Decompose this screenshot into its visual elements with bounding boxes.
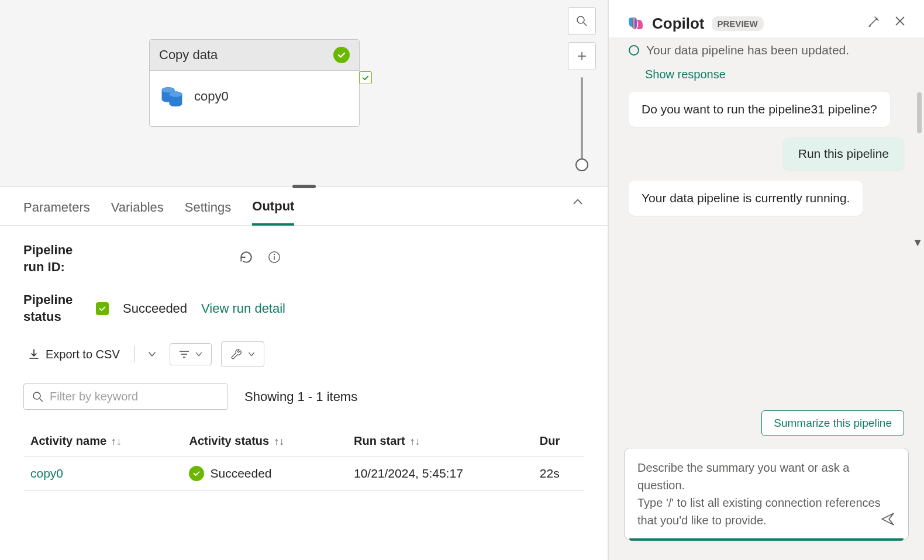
copilot-body: Your data pipeline has been updated. Sho… — [609, 37, 924, 448]
settings-wrench-button[interactable] — [221, 341, 264, 367]
row-start: 10/21/2024, 5:45:17 — [347, 457, 533, 491]
row-success-icon — [189, 466, 204, 481]
tab-parameters[interactable]: Parameters — [23, 200, 90, 224]
status-text: Succeeded — [123, 301, 187, 316]
add-button[interactable] — [568, 42, 596, 70]
summarize-pipeline-button[interactable]: Summarize this pipeline — [761, 410, 904, 436]
search-icon — [32, 391, 44, 403]
copilot-input[interactable]: Describe the summary you want or ask a q… — [624, 448, 909, 540]
node-header: Copy data — [150, 40, 359, 71]
export-csv-button[interactable]: Export to CSV — [23, 343, 125, 366]
activity-name-link[interactable]: copy0 — [30, 466, 63, 480]
clear-chat-icon[interactable] — [867, 15, 881, 32]
user-message: Run this pipeline — [783, 137, 904, 170]
col-run-start[interactable]: Run start↑↓ — [347, 426, 533, 457]
svg-point-1 — [162, 87, 175, 92]
main-pane: Copy data copy0 — [0, 0, 608, 560]
canvas-tools — [568, 7, 596, 165]
col-duration[interactable]: Dur — [533, 426, 584, 457]
filter-keyword-input[interactable] — [50, 390, 219, 403]
col-activity-name[interactable]: Activity name↑↓ — [23, 426, 182, 457]
send-icon[interactable] — [880, 511, 895, 530]
assistant-message: Your data pipeline is currently running. — [629, 181, 863, 216]
svg-point-4 — [577, 16, 584, 23]
sort-icon: ↑↓ — [410, 435, 420, 447]
row-duration: 22s — [533, 457, 584, 491]
zoom-slider-thumb[interactable] — [575, 158, 588, 171]
truncated-message: Your data pipeline has been updated. — [629, 43, 904, 57]
copilot-input-placeholder: Describe the summary you want or ask a q… — [637, 459, 895, 529]
svg-point-9 — [274, 254, 275, 255]
sort-icon: ↑↓ — [111, 435, 122, 447]
table-row[interactable]: copy0 Succeeded 10/21/2024, 5:45:17 22s — [23, 457, 584, 491]
zoom-search-button[interactable] — [568, 7, 596, 35]
node-success-badge-icon — [359, 71, 372, 84]
node-body: copy0 — [150, 71, 359, 126]
preview-badge: PREVIEW — [712, 16, 764, 31]
scroll-down-icon[interactable]: ▼ — [912, 237, 923, 249]
copilot-panel: Copilot PREVIEW Your data pipeline has b… — [608, 0, 924, 560]
copilot-logo-icon — [626, 14, 645, 33]
divider — [134, 346, 135, 362]
tab-variables[interactable]: Variables — [111, 200, 164, 224]
info-icon[interactable] — [268, 251, 281, 267]
svg-point-3 — [169, 92, 182, 97]
col-activity-status[interactable]: Activity status↑↓ — [182, 426, 347, 457]
filter-columns-button[interactable] — [170, 343, 212, 365]
tab-settings[interactable]: Settings — [185, 200, 232, 224]
status-row: Pipeline status Succeeded View run detai… — [23, 292, 584, 325]
close-icon[interactable] — [894, 15, 906, 32]
activity-node-copydata[interactable]: Copy data copy0 — [149, 39, 360, 127]
output-toolbar: Export to CSV — [23, 341, 584, 367]
node-name: copy0 — [194, 89, 229, 104]
showing-text: Showing 1 - 1 items — [244, 389, 357, 405]
output-panel: Pipeline run ID: Pipeline status Succeed… — [0, 226, 608, 507]
node-title: Copy data — [159, 47, 218, 63]
status-label: Pipeline status — [23, 292, 82, 325]
copilot-header: Copilot PREVIEW — [609, 0, 924, 37]
zoom-slider[interactable] — [568, 77, 596, 165]
refresh-icon[interactable] — [239, 250, 254, 268]
search-row: Showing 1 - 1 items — [23, 383, 584, 410]
pipeline-canvas[interactable]: Copy data copy0 — [0, 0, 608, 187]
output-table: Activity name↑↓ Activity status↑↓ Run st… — [23, 426, 584, 491]
export-csv-dropdown[interactable] — [144, 347, 160, 361]
check-outline-icon — [629, 45, 639, 56]
database-icon — [159, 82, 185, 110]
status-success-icon — [96, 302, 109, 315]
view-run-detail-link[interactable]: View run detail — [201, 301, 285, 316]
run-id-label: Pipeline run ID: — [23, 242, 82, 275]
tabs: Parameters Variables Settings Output — [0, 187, 608, 226]
show-response-link[interactable]: Show response — [645, 68, 904, 81]
copilot-title: Copilot — [652, 15, 705, 33]
run-id-row: Pipeline run ID: — [23, 242, 584, 275]
sort-icon: ↑↓ — [274, 435, 284, 447]
export-csv-label: Export to CSV — [46, 348, 120, 361]
svg-line-15 — [40, 399, 43, 402]
scrollbar-thumb[interactable] — [917, 92, 922, 133]
row-status: Succeeded — [210, 466, 271, 481]
collapse-panel-icon[interactable] — [571, 195, 584, 212]
success-check-icon — [333, 47, 350, 63]
filter-keyword-box[interactable] — [23, 383, 228, 410]
svg-line-5 — [584, 23, 587, 26]
assistant-message: Do you want to run the pipeline31 pipeli… — [629, 92, 890, 127]
svg-point-14 — [33, 392, 40, 399]
tab-output[interactable]: Output — [252, 199, 294, 226]
